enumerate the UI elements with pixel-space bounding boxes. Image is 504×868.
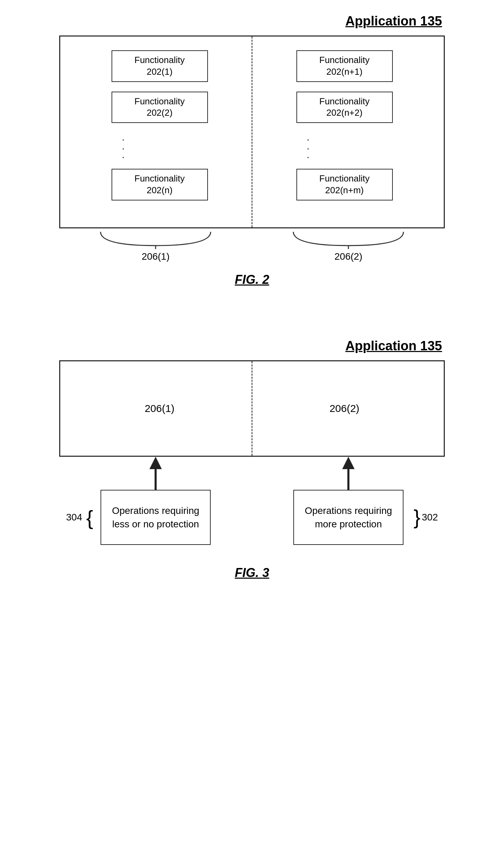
- left-arrow-stem: [155, 469, 157, 490]
- section-divider: [0, 311, 504, 332]
- func-202-n2: Functionality202(n+2): [296, 92, 393, 123]
- func-202-nm: Functionality202(n+m): [296, 169, 393, 200]
- fig2-braces-row: 206(1) 206(2): [59, 232, 445, 262]
- left-ref-label: 304: [66, 512, 82, 523]
- fig2-right-panel: Functionality202(n+1) Functionality202(n…: [252, 47, 437, 217]
- fig2-left-brace-label: 206(1): [142, 251, 170, 262]
- fig2-right-brace-container: 206(2): [252, 232, 445, 262]
- fig3-outer-box: 206(1) 206(2): [59, 360, 445, 457]
- fig2-app-title: Application 135: [345, 14, 442, 29]
- left-curly-brace: {: [86, 506, 93, 529]
- fig2-left-dots: ...: [112, 133, 208, 159]
- page-container: Application 135 Functionality202(1) Func…: [0, 0, 504, 868]
- fig3-app-title: Application 135: [345, 339, 442, 353]
- left-op-text: Operations requiring less or no protecti…: [106, 504, 205, 531]
- fig3-right-ref-wrapper: } 302: [413, 512, 438, 523]
- fig3-left-label: 206(1): [145, 403, 175, 414]
- func-202-2: Functionality202(2): [112, 92, 208, 123]
- fig2-left-panel: Functionality202(1) Functionality202(2) …: [67, 47, 252, 217]
- right-operation-box: Operations requiring more protection: [293, 490, 403, 545]
- fig2-caption: FIG. 2: [235, 272, 269, 287]
- fig2-right-brace-label: 206(2): [335, 251, 363, 262]
- left-operation-box: Operations requiring less or no protecti…: [101, 490, 211, 545]
- ops-left: 304 { Operations requiring less or no pr…: [59, 457, 252, 545]
- fig3-caption: FIG. 3: [235, 566, 269, 580]
- left-arrow-up: [149, 457, 162, 469]
- fig2-left-brace-svg: [94, 232, 218, 249]
- ops-right: Operations requiring more protection } 3…: [252, 457, 445, 545]
- fig3-right-panel: 206(2): [252, 372, 437, 445]
- fig2-section: Application 135 Functionality202(1) Func…: [0, 0, 504, 311]
- fig3-right-label: 206(2): [329, 403, 359, 414]
- ops-left-box-wrapper: 304 { Operations requiring less or no pr…: [59, 490, 252, 545]
- right-arrow-up: [342, 457, 355, 469]
- fig3-left-panel: 206(1): [67, 372, 252, 445]
- fig2-right-dots: ...: [296, 133, 393, 159]
- ops-right-box-wrapper: Operations requiring more protection } 3…: [252, 490, 445, 545]
- func-202-n: Functionality202(n): [112, 169, 208, 200]
- func-202-n1: Functionality202(n+1): [296, 50, 393, 82]
- fig3-ops-row: 304 { Operations requiring less or no pr…: [59, 457, 445, 545]
- right-ref-label: 302: [422, 512, 438, 523]
- right-op-text: Operations requiring more protection: [299, 504, 398, 531]
- fig2-outer-box: Functionality202(1) Functionality202(2) …: [59, 35, 445, 228]
- func-202-1: Functionality202(1): [112, 50, 208, 82]
- fig3-dashed-line: [252, 361, 253, 456]
- fig3-section: Application 135 206(1) 206(2): [0, 332, 504, 604]
- fig3-left-ref: 304 {: [66, 512, 93, 523]
- fig2-left-brace-container: 206(1): [59, 232, 252, 262]
- fig2-right-brace-svg: [286, 232, 410, 249]
- right-arrow-stem: [347, 469, 349, 490]
